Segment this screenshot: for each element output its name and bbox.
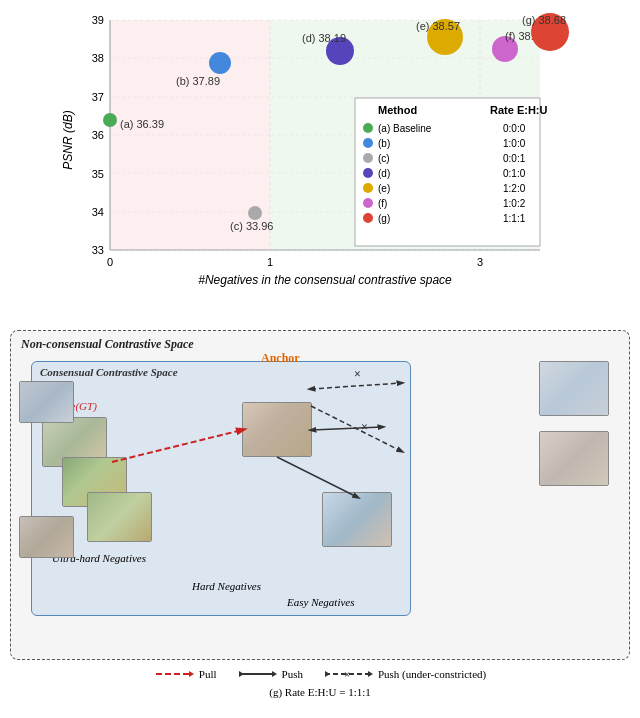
- svg-point-50: [363, 198, 373, 208]
- svg-point-47: [363, 183, 373, 193]
- svg-text:1: 1: [267, 256, 273, 268]
- svg-marker-71: [239, 671, 244, 677]
- ccs-box: Consensual Contrastive Space Ultra: [31, 361, 411, 616]
- thumb-anchor: [242, 402, 312, 457]
- svg-text:0:0:0: 0:0:0: [503, 123, 526, 134]
- chart-section: 39 38 37 36 35 34 33 PSNR (dB) 0 1 3 #Ne…: [0, 0, 640, 330]
- svg-point-41: [363, 153, 373, 163]
- pull-line-icon: [154, 667, 194, 681]
- psnr-chart: 39 38 37 36 35 34 33 PSNR (dB) 0 1 3 #Ne…: [60, 10, 640, 300]
- svg-text:(a) Baseline: (a) Baseline: [378, 123, 432, 134]
- svg-text:(d) 38.19: (d) 38.19: [302, 32, 346, 44]
- svg-point-38: [363, 138, 373, 148]
- svg-text:0:1:0: 0:1:0: [503, 168, 526, 179]
- anchor-label: Anchor: [261, 351, 300, 366]
- svg-text:34: 34: [92, 206, 104, 218]
- svg-text:35: 35: [92, 168, 104, 180]
- diagram-section: Non-consensual Contrastive Space Consens…: [10, 330, 630, 660]
- hard-label: Hard Negatives: [192, 580, 261, 592]
- svg-point-44: [363, 168, 373, 178]
- svg-text:(f): (f): [378, 198, 387, 209]
- svg-text:PSNR (dB): PSNR (dB): [61, 110, 75, 169]
- svg-text:Rate E:H:U: Rate E:H:U: [490, 104, 548, 116]
- point-b: [209, 52, 231, 74]
- svg-text:(g) 38.68: (g) 38.68: [522, 14, 566, 26]
- thumb-neg-2: [539, 431, 609, 486]
- push-uc-label: Push (under-constricted): [378, 668, 486, 680]
- svg-text:1:1:1: 1:1:1: [503, 213, 526, 224]
- caption-text: (g) Rate E:H:U = 1:1:1: [269, 686, 371, 698]
- push-uc-line-icon: ×: [323, 667, 373, 681]
- svg-text:1:0:2: 1:0:2: [503, 198, 526, 209]
- push-line-icon: [237, 667, 277, 681]
- svg-text:1:2:0: 1:2:0: [503, 183, 526, 194]
- svg-text:(d): (d): [378, 168, 390, 179]
- svg-text:#Negatives in the consensual c: #Negatives in the consensual contrastive…: [198, 273, 452, 287]
- svg-text:38: 38: [92, 52, 104, 64]
- line-legend: Pull Push × Push (under-constricted): [0, 664, 640, 684]
- svg-marker-74: [325, 671, 330, 677]
- thumb-positive-3: [87, 492, 152, 542]
- svg-marker-69: [189, 671, 194, 677]
- svg-text:(e): (e): [378, 183, 390, 194]
- svg-line-61: [277, 457, 357, 497]
- pull-label: Pull: [199, 668, 217, 680]
- svg-marker-76: [368, 671, 373, 677]
- svg-text:0: 0: [107, 256, 113, 268]
- legend-pull: Pull: [154, 667, 217, 681]
- svg-text:×: ×: [344, 668, 350, 680]
- svg-text:36: 36: [92, 129, 104, 141]
- ccs-label: Consensual Contrastive Space: [40, 366, 178, 378]
- svg-text:33: 33: [92, 244, 104, 256]
- legend-push: Push: [237, 667, 303, 681]
- svg-text:(c) 33.96: (c) 33.96: [230, 220, 273, 232]
- svg-text:1:0:0: 1:0:0: [503, 138, 526, 149]
- point-a: [103, 113, 117, 127]
- ncs-label: Non-consensual Contrastive Space: [21, 337, 194, 352]
- svg-text:3: 3: [477, 256, 483, 268]
- svg-text:(b) 37.89: (b) 37.89: [176, 75, 220, 87]
- svg-marker-72: [272, 671, 277, 677]
- svg-text:(a) 36.39: (a) 36.39: [120, 118, 164, 130]
- svg-text:Method: Method: [378, 104, 417, 116]
- svg-line-60: [312, 427, 382, 430]
- point-c: [248, 206, 262, 220]
- svg-text:37: 37: [92, 91, 104, 103]
- push-label: Push: [282, 668, 303, 680]
- svg-point-35: [363, 123, 373, 133]
- thumb-neg-1: [539, 361, 609, 416]
- thumb-hard-neg: [322, 492, 392, 547]
- thumb-left-1: [19, 381, 74, 423]
- easy-label: Easy Negatives: [287, 596, 355, 608]
- svg-text:(b): (b): [378, 138, 390, 149]
- svg-text:0:0:1: 0:0:1: [503, 153, 526, 164]
- legend-push-uc: × Push (under-constricted): [323, 667, 486, 681]
- thumb-left-2: [19, 516, 74, 558]
- svg-text:(c): (c): [378, 153, 390, 164]
- svg-text:39: 39: [92, 14, 104, 26]
- svg-line-59: [112, 430, 242, 462]
- svg-text:(e) 38.57: (e) 38.57: [416, 20, 460, 32]
- svg-point-53: [363, 213, 373, 223]
- svg-text:(g): (g): [378, 213, 390, 224]
- diagram-wrapper: Non-consensual Contrastive Space Consens…: [0, 330, 640, 660]
- caption: (g) Rate E:H:U = 1:1:1: [0, 686, 640, 698]
